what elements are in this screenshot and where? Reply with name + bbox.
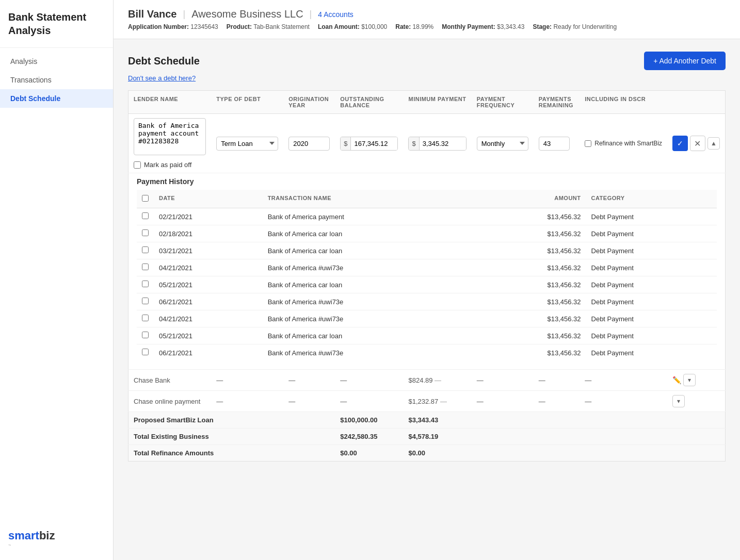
ph-col-name: TRANSACTION NAME xyxy=(263,190,477,208)
total-refinance-label: Total Refinance Amounts xyxy=(128,445,335,462)
ph-row-checkbox[interactable] xyxy=(142,212,149,219)
ph-col-category: CATEGORY xyxy=(586,190,717,208)
table-row-bank-of-america: Bank of America payment account #0212838… xyxy=(128,114,726,173)
chase-bank-freq: — xyxy=(472,370,534,391)
no-debt-link[interactable]: Don't see a debt here? xyxy=(128,74,196,82)
chase-online-year: — xyxy=(283,391,335,412)
col-origination-year: ORIGINATION YEAR xyxy=(283,91,335,114)
ph-row-checkbox[interactable] xyxy=(142,298,149,304)
table-row-chase-online: Chase online payment — — — $1,232.87 — —… xyxy=(128,391,726,412)
ph-row-checkbox-cell xyxy=(137,344,154,361)
ph-row-checkbox[interactable] xyxy=(142,229,149,236)
lender-name-cell: Bank of America payment account #0212838… xyxy=(128,114,212,173)
ph-row-amount: $13,456.32 xyxy=(477,242,586,259)
sidebar-item-transactions[interactable]: Transactions xyxy=(0,71,113,89)
mark-paid-label[interactable]: Mark as paid off xyxy=(134,161,206,169)
payments-remaining-input[interactable] xyxy=(539,137,570,151)
ph-row-checkbox[interactable] xyxy=(142,332,149,338)
cancel-button[interactable]: ✕ xyxy=(690,136,705,151)
ph-row-checkbox-cell xyxy=(137,259,154,276)
chase-online-freq: — xyxy=(472,391,534,412)
ph-row-date: 06/21/2021 xyxy=(154,344,263,361)
chase-online-balance: — xyxy=(335,391,403,412)
ph-row-category: Debt Payment xyxy=(586,242,717,259)
minimum-payment-input[interactable] xyxy=(420,137,466,150)
ph-table-row: 06/21/2021 Bank of America #uwi73e $13,4… xyxy=(137,344,717,361)
ph-select-all-checkbox[interactable] xyxy=(142,195,149,202)
chase-online-payments-rem: — xyxy=(534,391,580,412)
meta-row: Application Number: 12345643 Product: Ta… xyxy=(128,23,726,30)
origination-year-input[interactable] xyxy=(288,137,330,151)
main-header: Bill Vance | Awesome Business LLC | 4 Ac… xyxy=(114,0,740,39)
ph-row-checkbox-cell xyxy=(137,225,154,242)
ph-row-amount: $13,456.32 xyxy=(477,310,586,327)
ph-table-row: 05/21/2021 Bank of America car loan $13,… xyxy=(137,327,717,344)
ph-table-row: 04/21/2021 Bank of America #uwi73e $13,4… xyxy=(137,310,717,327)
ph-table-row: 02/21/2021 Bank of America payment $13,4… xyxy=(137,208,717,225)
refinance-smartbiz-label[interactable]: Refinance with SmartBiz xyxy=(585,140,662,147)
col-payment-frequency: PAYMENT FREQUENCY xyxy=(472,91,534,114)
table-row-proposed-smartbiz: Proposed SmartBiz Loan $100,000.00 $3,34… xyxy=(128,412,726,429)
ph-row-amount: $13,456.32 xyxy=(477,259,586,276)
ph-row-name: Bank of America car loan xyxy=(263,327,477,344)
chase-online-actions: ▾ xyxy=(667,391,726,412)
payments-remaining-cell xyxy=(534,114,580,173)
ph-row-name: Bank of America car loan xyxy=(263,242,477,259)
sidebar-logo: smartbiz ~ xyxy=(0,519,113,560)
col-type-of-debt: TYPE OF DEBT xyxy=(211,91,283,114)
payment-history-table: DATE TRANSACTION NAME AMOUNT CATEGORY 02… xyxy=(137,190,717,361)
proposed-label: Proposed SmartBiz Loan xyxy=(128,412,335,429)
proposed-balance: $100,000.00 xyxy=(335,412,403,429)
sidebar-item-analysis[interactable]: Analysis xyxy=(0,52,113,71)
ph-row-date: 02/21/2021 xyxy=(154,208,263,225)
ph-row-checkbox-cell xyxy=(137,310,154,327)
chase-bank-type: — xyxy=(211,370,283,391)
sidebar-item-debt-schedule[interactable]: Debt Schedule xyxy=(0,89,113,108)
outstanding-balance-cell: $ xyxy=(335,114,403,173)
ph-row-date: 05/21/2021 xyxy=(154,327,263,344)
ph-row-checkbox[interactable] xyxy=(142,315,149,321)
lender-name-input[interactable]: Bank of America payment account #0212838… xyxy=(134,118,206,155)
main-content: Bill Vance | Awesome Business LLC | 4 Ac… xyxy=(114,0,740,560)
confirm-button[interactable]: ✓ xyxy=(672,136,688,151)
ph-row-name: Bank of America #uwi73e xyxy=(263,293,477,310)
ph-row-category: Debt Payment xyxy=(586,344,717,361)
chase-bank-payments-rem: — xyxy=(534,370,580,391)
table-row-total-refinance: Total Refinance Amounts $0.00 $0.00 xyxy=(128,445,726,462)
chase-online-expand-button[interactable]: ▾ xyxy=(672,395,685,407)
ph-row-checkbox[interactable] xyxy=(142,349,149,355)
mark-paid-checkbox[interactable] xyxy=(134,161,141,169)
ph-row-date: 04/21/2021 xyxy=(154,310,263,327)
total-refinance-min-payment: $0.00 xyxy=(403,445,471,462)
ph-table-row: 02/18/2021 Bank of America car loan $13,… xyxy=(137,225,717,242)
ph-row-checkbox[interactable] xyxy=(142,246,149,253)
proposed-min-payment: $3,343.43 xyxy=(403,412,471,429)
content-area: Debt Schedule + Add Another Debt Don't s… xyxy=(114,39,740,474)
ph-row-category: Debt Payment xyxy=(586,293,717,310)
col-lender-name: LENDER NAME xyxy=(128,91,212,114)
type-of-debt-cell: Term Loan Line of Credit SBA Loan Mortga… xyxy=(211,114,283,173)
chase-online-min-payment: $1,232.87 — xyxy=(403,391,471,412)
collapse-button[interactable]: ▲ xyxy=(707,137,720,150)
ph-row-date: 03/21/2021 xyxy=(154,242,263,259)
chase-bank-expand-button[interactable]: ▾ xyxy=(683,374,696,386)
payment-frequency-select[interactable]: Monthly Weekly Bi-Weekly xyxy=(477,137,528,151)
ph-row-checkbox[interactable] xyxy=(142,263,149,270)
table-header-row: LENDER NAME TYPE OF DEBT ORIGINATION YEA… xyxy=(128,91,726,114)
ph-row-checkbox[interactable] xyxy=(142,281,149,287)
section-title: Debt Schedule xyxy=(128,55,200,67)
ph-row-category: Debt Payment xyxy=(586,327,717,344)
type-of-debt-select[interactable]: Term Loan Line of Credit SBA Loan Mortga… xyxy=(216,137,278,151)
ph-row-checkbox-cell xyxy=(137,327,154,344)
business-name: Awesome Business LLC xyxy=(191,8,303,20)
ph-row-name: Bank of America #uwi73e xyxy=(263,259,477,276)
chase-bank-actions: ✏️ ▾ xyxy=(667,370,726,391)
ph-row-category: Debt Payment xyxy=(586,208,717,225)
ph-row-name: Bank of America #uwi73e xyxy=(263,310,477,327)
minimum-payment-cell: $ xyxy=(403,114,471,173)
refinance-checkbox[interactable] xyxy=(585,140,591,147)
col-outstanding-balance: OUTSTANDING BALANCE xyxy=(335,91,403,114)
add-another-debt-button[interactable]: + Add Another Debt xyxy=(644,52,726,70)
outstanding-balance-input[interactable] xyxy=(351,137,397,150)
chase-bank-edit-icon[interactable]: ✏️ xyxy=(672,376,681,384)
